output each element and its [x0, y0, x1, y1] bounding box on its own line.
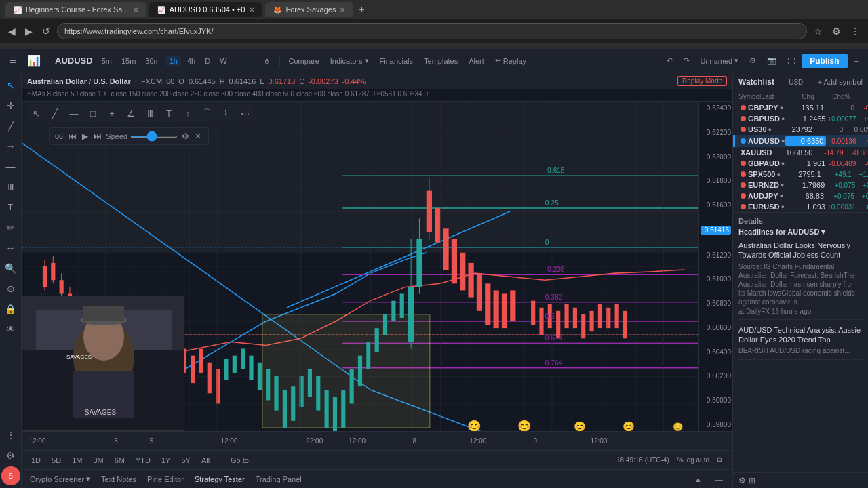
draw-curve[interactable]: ⌒ — [198, 104, 216, 122]
sidebar-fib[interactable]: Ⅲ — [1, 178, 20, 197]
sidebar-h-line[interactable]: — — [1, 157, 20, 176]
strategy-tester-item[interactable]: Strategy Tester — [192, 474, 248, 485]
extensions-button[interactable]: ⚙ — [829, 24, 844, 38]
tf-3m[interactable]: 3M — [89, 455, 107, 466]
browser-tab-2[interactable]: 📈 AUDUSD 0.63504 • +0 ✕ — [149, 2, 263, 17]
tf-5d[interactable]: 5D — [47, 455, 65, 466]
tf-1d[interactable]: 1D — [27, 455, 45, 466]
hamburger-menu[interactable]: ☰ — [5, 54, 20, 67]
refresh-button[interactable]: ↺ — [39, 24, 53, 38]
watchlist-settings[interactable]: ⚙ — [738, 476, 746, 485]
sidebar-trend-line[interactable]: ╱ — [1, 117, 20, 136]
go-to-button[interactable]: Go to... — [226, 455, 259, 466]
draw-arrow[interactable]: ↑ — [179, 104, 197, 122]
settings-button[interactable]: ⚙ — [745, 54, 760, 67]
redo-button[interactable]: ↷ — [679, 54, 694, 67]
watchlist-item-spx500[interactable]: SPX500 ● 2795.1 +49.1 +1.79% — [733, 169, 868, 180]
pine-editor-item[interactable]: Pine Editor — [144, 474, 186, 485]
text-notes-item[interactable]: Text Notes — [98, 474, 139, 485]
trading-panel-item[interactable]: Trading Panel — [253, 474, 304, 485]
tf-5y[interactable]: 5Y — [177, 455, 194, 466]
tf-d[interactable]: D — [201, 56, 214, 66]
tf-all[interactable]: All — [197, 455, 214, 466]
undo-button[interactable]: ↶ — [663, 54, 677, 67]
replay-close[interactable]: ✕ — [193, 130, 203, 142]
sidebar-text[interactable]: T — [1, 198, 20, 217]
sidebar-brush[interactable]: ✏ — [1, 218, 20, 237]
watchlist-item-gbpusd[interactable]: GBPUSD ● 1.2465 +0.00077 +0.06% — [733, 113, 868, 124]
footer-close-btn[interactable]: — — [711, 474, 727, 485]
extra-options[interactable]: + — [850, 55, 863, 67]
sidebar-cursor[interactable]: ↖ — [1, 76, 20, 95]
bookmark-button[interactable]: ☆ — [811, 24, 825, 38]
watchlist-item-eurnzd[interactable]: EURNZD ● 1.7969 +0.075 +0.11% — [733, 180, 868, 190]
draw-line[interactable]: ╱ — [46, 104, 64, 122]
add-symbol-button[interactable]: + Add symbol — [818, 78, 863, 86]
sidebar-measure[interactable]: ↔ — [1, 239, 20, 258]
fullscreen-button[interactable]: ⛶ — [783, 55, 799, 67]
sidebar-more[interactable]: ⋮ — [1, 426, 20, 445]
tf-4h[interactable]: 4h — [184, 56, 199, 66]
crypto-screener-item[interactable]: Crypto Screener ▾ — [27, 473, 93, 485]
indicators-button[interactable]: Indicators ▾ — [326, 54, 373, 67]
alert-button[interactable]: Alert — [465, 55, 488, 67]
watchlist-item-eurusd[interactable]: EURUSD ● 1.093 +0.00031 +0.03% — [733, 201, 868, 212]
draw-angle[interactable]: ∠ — [122, 104, 140, 122]
news-item-1[interactable]: Australian Dollar Looks Nervously Toward… — [738, 241, 863, 320]
tab1-close[interactable]: ✕ — [133, 6, 138, 14]
tf-30m[interactable]: 30m — [142, 56, 163, 66]
sidebar-crosshair[interactable]: ✛ — [1, 96, 20, 115]
tf-w[interactable]: W — [216, 56, 230, 66]
draw-cross[interactable]: + — [103, 104, 121, 122]
draw-path[interactable]: ⋯ — [236, 104, 254, 122]
tf-ytd[interactable]: YTD — [132, 455, 155, 466]
back-button[interactable]: ◀ — [5, 24, 18, 38]
tf-5m[interactable]: 5m — [98, 56, 115, 66]
speed-slider[interactable] — [130, 136, 178, 138]
draw-fib2[interactable]: ⌇ — [217, 104, 235, 122]
sidebar-lock[interactable]: 🔒 — [1, 300, 20, 319]
headlines-title[interactable]: Headlines for AUDUSD ▾ — [738, 228, 863, 237]
watchlist-item-gbpjpy[interactable]: GBPJPY ● 135.11 0 -0.02% — [733, 102, 868, 113]
forward-button[interactable]: ▶ — [22, 24, 35, 38]
compare-button[interactable]: Compare — [285, 55, 323, 67]
draw-rect[interactable]: □ — [84, 104, 102, 122]
chart-settings-btn[interactable]: ⚙ — [712, 454, 727, 466]
sidebar-user[interactable]: S — [1, 466, 20, 485]
watchlist-item-audjpy[interactable]: AUDJPY ● 68.83 +0.075 +0.11% — [733, 190, 868, 201]
tab3-close[interactable]: ✕ — [340, 6, 345, 14]
footer-up-btn[interactable]: ▲ — [690, 474, 706, 485]
sidebar-zoom[interactable]: 🔍 — [1, 259, 20, 278]
more-timeframes[interactable]: ⋯ — [233, 54, 249, 67]
financials-button[interactable]: Financials — [376, 55, 418, 67]
tv-logo[interactable]: 📊 — [23, 52, 45, 69]
draw-h-line[interactable]: — — [65, 104, 83, 122]
sidebar-eye[interactable]: 👁 — [1, 320, 20, 339]
tf-1m[interactable]: 1M — [68, 455, 86, 466]
tf-15m[interactable]: 15m — [118, 56, 139, 66]
sidebar-settings2[interactable]: ⚙ — [1, 446, 20, 465]
watchlist-item-gbpaud[interactable]: GBPAUD ● 1.961 -0.00409 -0.21% — [733, 158, 868, 169]
draw-fib1[interactable]: Ⅲ — [141, 104, 159, 122]
menu-button[interactable]: ⋮ — [848, 24, 863, 38]
replay-back[interactable]: ⏮ — [67, 130, 78, 142]
url-bar[interactable]: https://www.tradingview.com/chart/EfvuxJ… — [57, 23, 807, 39]
tab2-close[interactable]: ✕ — [249, 6, 254, 14]
publish-button[interactable]: Publish — [802, 54, 847, 68]
draw-t[interactable]: T — [160, 104, 178, 122]
symbol-label[interactable]: AUDUSD — [55, 56, 93, 66]
replay-settings[interactable]: ⚙ — [180, 130, 191, 142]
browser-tab-1[interactable]: 📈 Beginners Course - Forex Sa... ✕ — [5, 2, 146, 17]
tf-1y[interactable]: 1Y — [157, 455, 174, 466]
chart-type[interactable]: 🕯 — [259, 55, 275, 67]
news-item-2[interactable]: AUD/USD Technical Analysis: Aussie Dolla… — [738, 325, 863, 361]
tf-6m[interactable]: 6M — [111, 455, 129, 466]
chart-main[interactable]: ↖ ╱ — □ + ∠ Ⅲ T ↑ ⌒ ⌇ ⋯ 06' ⏮ ▶ — [22, 102, 732, 431]
replay-play[interactable]: ▶ — [81, 130, 90, 142]
watchlist-item-us30[interactable]: US30 ● 23792 0 0.00% — [733, 124, 868, 135]
watchlist-layout[interactable]: ⊞ — [749, 476, 755, 485]
camera-button[interactable]: 📷 — [763, 54, 781, 67]
sidebar-horizontal-ray[interactable]: → — [1, 137, 20, 156]
new-tab-button[interactable]: + — [356, 3, 367, 16]
watchlist-item-audusd[interactable]: AUDUSD ● 0.6350 -0.00136 -0.21% — [733, 135, 868, 147]
